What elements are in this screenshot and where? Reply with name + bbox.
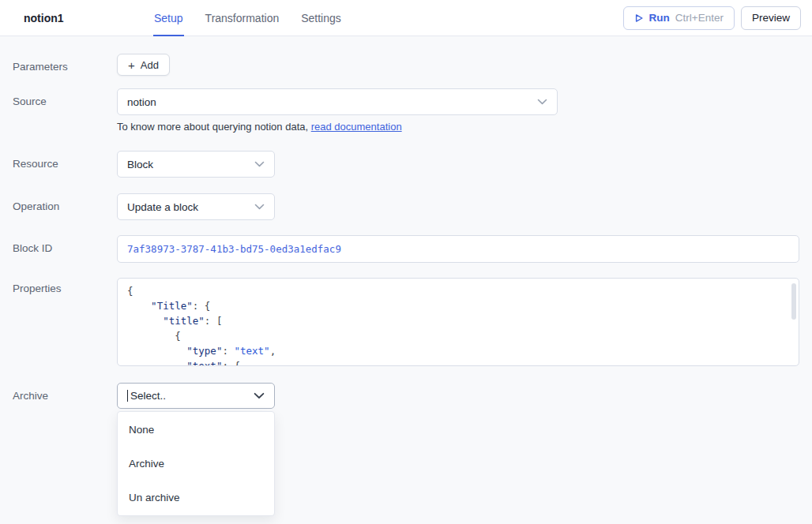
add-parameter-label: Add [141, 59, 159, 71]
archive-row: Archive Select.. NoneArchiveUn archive [13, 383, 799, 516]
archive-select[interactable]: Select.. [117, 383, 275, 409]
archive-label: Archive [13, 383, 117, 402]
read-documentation-link[interactable]: read documentation [311, 121, 402, 133]
setup-form: Parameters + Add Source notion To kno [0, 36, 812, 516]
parameters-row: Parameters + Add [13, 54, 799, 76]
archive-options-menu: NoneArchiveUn archive [117, 411, 275, 516]
chevron-down-icon [254, 161, 265, 167]
source-label: Source [13, 88, 117, 107]
source-select[interactable]: notion [117, 88, 558, 115]
operation-row: Operation Update a block [13, 193, 799, 220]
run-button[interactable]: Run Ctrl+Enter [623, 6, 735, 30]
chevron-down-icon [537, 99, 547, 105]
chevron-down-icon [254, 204, 265, 210]
run-shortcut: Ctrl+Enter [675, 12, 724, 24]
play-icon [634, 13, 644, 23]
properties-code-editor[interactable]: { "Title": { "title": [ { "type": "text"… [117, 278, 799, 366]
tab-bar: Setup Transformation Settings [153, 0, 342, 36]
operation-select-value: Update a block [127, 201, 198, 213]
tab-setup[interactable]: Setup [153, 0, 184, 36]
properties-code: { "Title": { "title": [ { "type": "text"… [127, 283, 789, 366]
add-parameter-button[interactable]: + Add [117, 54, 170, 76]
preview-button[interactable]: Preview [741, 6, 801, 30]
parameters-label: Parameters [13, 54, 117, 73]
resource-select[interactable]: Block [117, 151, 275, 178]
resource-select-value: Block [127, 159, 153, 170]
source-row: Source notion To know more about queryin… [13, 88, 799, 133]
tab-settings[interactable]: Settings [300, 0, 342, 36]
resource-row: Resource Block [13, 151, 799, 178]
header-actions: Run Ctrl+Enter Preview [623, 0, 801, 36]
text-cursor [127, 390, 128, 402]
archive-option-un-archive[interactable]: Un archive [118, 481, 274, 515]
query-name[interactable]: notion1 [24, 0, 142, 36]
properties-label: Properties [13, 278, 117, 294]
source-select-value: notion [127, 96, 156, 108]
chevron-down-icon [254, 392, 265, 399]
run-label: Run [649, 12, 670, 24]
resource-label: Resource [13, 151, 117, 170]
tab-transformation[interactable]: Transformation [205, 0, 280, 36]
block-id-input[interactable] [117, 235, 799, 263]
archive-select-value: Select.. [127, 390, 166, 402]
archive-option-none[interactable]: None [118, 413, 274, 447]
archive-option-archive[interactable]: Archive [118, 447, 274, 481]
plus-icon: + [128, 59, 135, 71]
query-header: notion1 Setup Transformation Settings Ru… [0, 0, 812, 36]
operation-select[interactable]: Update a block [117, 193, 275, 220]
source-helper-prefix: To know more about querying notion data, [117, 121, 311, 133]
source-helper-text: To know more about querying notion data,… [117, 121, 799, 133]
properties-row: Properties { "Title": { "title": [ { "ty… [13, 278, 799, 366]
block-id-label: Block ID [13, 235, 117, 254]
block-id-row: Block ID [13, 235, 799, 263]
operation-label: Operation [13, 193, 117, 212]
editor-scrollbar[interactable] [791, 283, 796, 320]
query-editor-panel: notion1 Setup Transformation Settings Ru… [0, 0, 812, 516]
